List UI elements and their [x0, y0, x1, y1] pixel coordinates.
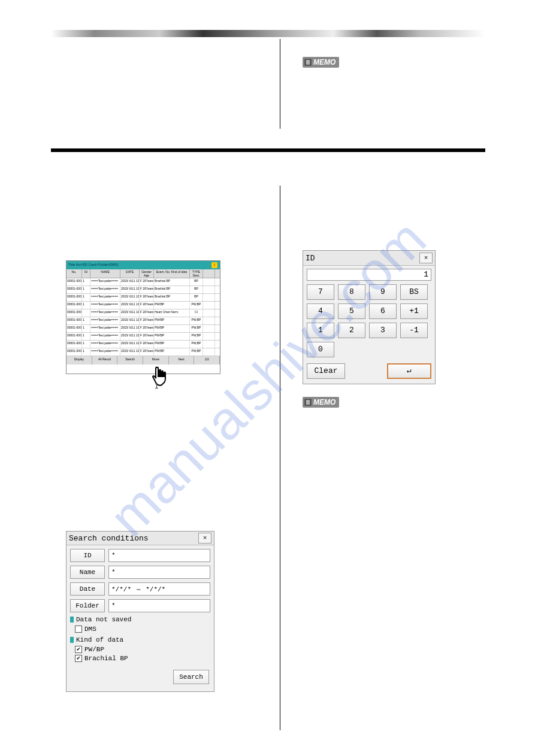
callout-number-1: 1: [155, 382, 159, 390]
memo-label: MEMO: [313, 398, 335, 406]
footer-display[interactable]: Display: [67, 356, 92, 365]
memo-icon: [304, 58, 312, 66]
pwbp-label: PW/BP: [84, 646, 104, 653]
keypad-close-button[interactable]: ×: [419, 253, 433, 263]
vertical-divider-upper: [280, 39, 280, 129]
table-row[interactable]: 00001-000131====Test patte====2015/ 6/11…: [67, 333, 220, 341]
col-no[interactable]: No.: [67, 269, 82, 278]
key-8[interactable]: 8: [338, 284, 365, 300]
title-list-header: Title list>SD Card>Folder00001 i: [67, 261, 220, 269]
footer-move[interactable]: Move: [143, 356, 169, 365]
col-age[interactable]: Gender Age: [140, 269, 154, 278]
col-name[interactable]: NAME: [90, 269, 120, 278]
table-row[interactable]: 00001-000141====Test patte====2015/ 6/11…: [67, 325, 220, 333]
keypad-input[interactable]: [307, 269, 431, 281]
info-icon[interactable]: i: [211, 262, 217, 268]
key-9[interactable]: 9: [369, 284, 397, 300]
section-data-not-saved: Data not saved: [70, 616, 210, 623]
key-clear[interactable]: Clear: [307, 363, 345, 379]
table-row[interactable]: 00001-000171====Test patte====2015/ 6/11…: [67, 302, 220, 309]
memo-icon: [304, 398, 312, 406]
keypad-title: ID: [306, 254, 315, 263]
search-button[interactable]: Search: [173, 670, 209, 684]
dms-checkbox[interactable]: [75, 626, 82, 633]
key-6[interactable]: 6: [369, 303, 397, 319]
title-list-columns: No. ID NAME DATE Gender Age Exam. No. Ki…: [67, 269, 220, 278]
table-row[interactable]: 00001-000121====Test patte====2015/ 6/11…: [67, 341, 220, 348]
col-type[interactable]: TYPE Dest.: [190, 269, 203, 278]
folder-input[interactable]: [108, 599, 210, 612]
id-keypad-dialog: ID × 7 8 9 BS 4 5 6 +1 1 2 3 -1 0 Clear …: [303, 250, 436, 384]
title-list-body: 00001-000201====Test patte====2015/ 6/11…: [67, 278, 220, 356]
key-backspace[interactable]: BS: [400, 284, 428, 300]
col-exam[interactable]: Exam. No. Kind of data: [154, 269, 190, 278]
key-1[interactable]: 1: [307, 323, 334, 338]
footer-next[interactable]: Next: [169, 356, 195, 365]
table-row[interactable]: 00001-00016====Test patte====2015/ 6/11 …: [67, 309, 220, 317]
date-input[interactable]: [108, 582, 210, 596]
brachial-checkbox-row[interactable]: ✔ Brachial BP: [75, 655, 210, 662]
close-button[interactable]: ×: [198, 533, 211, 544]
title-list-footer: Display All Result Search Move Next 1/2: [67, 356, 220, 365]
section-kind-of-data: Kind of data: [70, 636, 210, 643]
search-conditions-dialog: Search conditions × ID Name Date Folder …: [66, 531, 214, 692]
title-list-screenshot: Title list>SD Card>Folder00001 i No. ID …: [66, 260, 220, 374]
footer-page: 1/2: [194, 356, 220, 365]
key-enter[interactable]: ↵: [387, 363, 431, 379]
table-row[interactable]: 00001-000191====Test patte====2015/ 6/11…: [67, 286, 220, 294]
table-row[interactable]: 00001-000181====Test patte====2015/ 6/11…: [67, 294, 220, 302]
name-input[interactable]: [108, 566, 210, 579]
keypad-titlebar: ID ×: [303, 251, 435, 266]
col-date[interactable]: DATE: [120, 269, 140, 278]
pwbp-checkbox-row[interactable]: ✔ PW/BP: [75, 646, 210, 653]
vertical-divider-main: [280, 186, 280, 730]
name-button[interactable]: Name: [70, 566, 105, 579]
section-divider-bar: [51, 148, 485, 152]
key-minus1[interactable]: -1: [400, 323, 428, 338]
brachial-checkbox[interactable]: ✔: [75, 655, 82, 662]
id-button[interactable]: ID: [70, 549, 105, 562]
col-id[interactable]: ID: [82, 269, 90, 278]
key-7[interactable]: 7: [307, 284, 334, 300]
table-row[interactable]: 00001-000111====Test patte====2015/ 6/11…: [67, 348, 220, 356]
search-dialog-title: Search conditions: [69, 534, 149, 543]
search-dialog-titlebar: Search conditions ×: [67, 532, 214, 545]
key-5[interactable]: 5: [338, 303, 365, 319]
folder-button[interactable]: Folder: [70, 599, 105, 612]
dms-checkbox-row[interactable]: DMS: [75, 626, 210, 633]
table-row[interactable]: 00001-000201====Test patte====2015/ 6/11…: [67, 278, 220, 286]
table-row[interactable]: 00001-000151====Test patte====2015/ 6/11…: [67, 317, 220, 325]
footer-allresult[interactable]: All Result: [92, 356, 118, 365]
footer-search[interactable]: Search: [117, 356, 143, 365]
title-list-path: Title list>SD Card>Folder00001: [68, 263, 119, 266]
id-input[interactable]: [108, 549, 210, 562]
memo-label: MEMO: [313, 58, 335, 66]
key-4[interactable]: 4: [307, 303, 334, 319]
dms-label: DMS: [84, 626, 96, 633]
key-2[interactable]: 2: [338, 323, 365, 338]
memo-badge-1: MEMO: [303, 57, 339, 68]
pwbp-checkbox[interactable]: ✔: [75, 646, 82, 653]
memo-badge-2: MEMO: [303, 397, 339, 408]
col-sel[interactable]: [203, 269, 215, 278]
key-plus1[interactable]: +1: [400, 303, 428, 319]
date-button[interactable]: Date: [70, 582, 105, 596]
top-gradient-bar: [51, 30, 485, 37]
brachial-label: Brachial BP: [84, 655, 128, 662]
key-0[interactable]: 0: [307, 342, 334, 357]
key-3[interactable]: 3: [369, 323, 397, 338]
